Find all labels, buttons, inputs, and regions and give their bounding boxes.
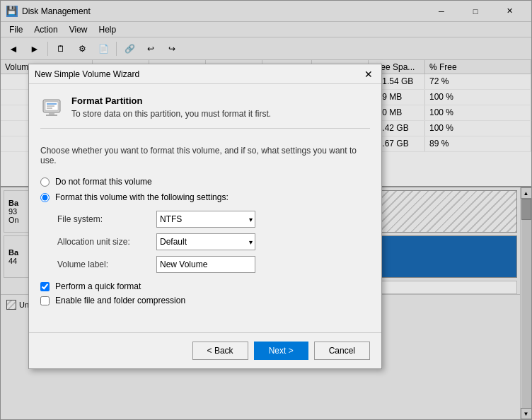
next-button[interactable]: Next > — [254, 342, 308, 360]
radio-group: Do not format this volume Format this vo… — [40, 177, 370, 202]
cancel-button[interactable]: Cancel — [314, 342, 370, 360]
allocation-select[interactable]: Default 512 1024 2048 4096 — [156, 233, 255, 250]
form-row-label: Volume label: — [57, 256, 370, 273]
radio-no-format[interactable] — [40, 177, 50, 187]
wizard-dialog: New Simple Volume Wizard ✕ — [28, 64, 382, 369]
volume-label-input[interactable] — [156, 256, 255, 273]
modal-overlay: New Simple Volume Wizard ✕ — [0, 0, 532, 420]
dialog-body: Format Partition To store data on this p… — [29, 84, 381, 327]
form-label-filesystem: File system: — [57, 214, 156, 224]
form-label-allocation: Allocation unit size: — [57, 237, 156, 247]
dialog-header-text: Format Partition To store data on this p… — [71, 95, 271, 119]
dialog-header-icon — [40, 97, 63, 119]
checkbox-quick-format: Perform a quick format — [40, 281, 370, 291]
checkbox-compression-input[interactable] — [40, 296, 50, 305]
dialog-content: Choose whether you want to format this v… — [40, 140, 370, 315]
radio-no-format-label: Do not format this volume — [55, 177, 152, 187]
checkbox-group: Perform a quick format Enable file and f… — [40, 281, 370, 305]
filesystem-select-wrapper: NTFS FAT32 exFAT — [156, 211, 255, 228]
dialog-header-title: Format Partition — [71, 95, 271, 106]
form-fields: File system: NTFS FAT32 exFAT Allocation… — [57, 211, 370, 273]
checkbox-compression-label: Enable file and folder compression — [55, 296, 185, 305]
dialog-title: New Simple Volume Wizard — [35, 69, 362, 79]
dialog-header-description: To store data on this partition, you mus… — [71, 109, 271, 119]
dialog-title-bar: New Simple Volume Wizard ✕ — [29, 64, 381, 84]
checkbox-quick-format-label: Perform a quick format — [55, 281, 141, 291]
dialog-header-section: Format Partition To store data on this p… — [40, 95, 370, 129]
form-row-filesystem: File system: NTFS FAT32 exFAT — [57, 211, 370, 228]
radio-option-format: Format this volume with the following se… — [40, 192, 370, 202]
checkbox-compression: Enable file and folder compression — [40, 296, 370, 305]
dialog-footer: < Back Next > Cancel — [29, 332, 381, 368]
radio-format[interactable] — [40, 193, 50, 202]
radio-option-no-format: Do not format this volume — [40, 177, 370, 187]
svg-rect-3 — [46, 115, 57, 116]
dialog-intro: Choose whether you want to format this v… — [40, 146, 370, 165]
radio-format-label: Format this volume with the following se… — [55, 192, 229, 202]
dialog-close-button[interactable]: ✕ — [362, 67, 376, 81]
svg-rect-2 — [49, 112, 54, 115]
form-label-volume: Volume label: — [57, 259, 156, 269]
form-row-allocation: Allocation unit size: Default 512 1024 2… — [57, 233, 370, 250]
allocation-select-wrapper: Default 512 1024 2048 4096 — [156, 233, 255, 250]
back-button[interactable]: < Back — [192, 342, 248, 360]
filesystem-select[interactable]: NTFS FAT32 exFAT — [156, 211, 255, 228]
checkbox-quick-format-input[interactable] — [40, 282, 50, 291]
